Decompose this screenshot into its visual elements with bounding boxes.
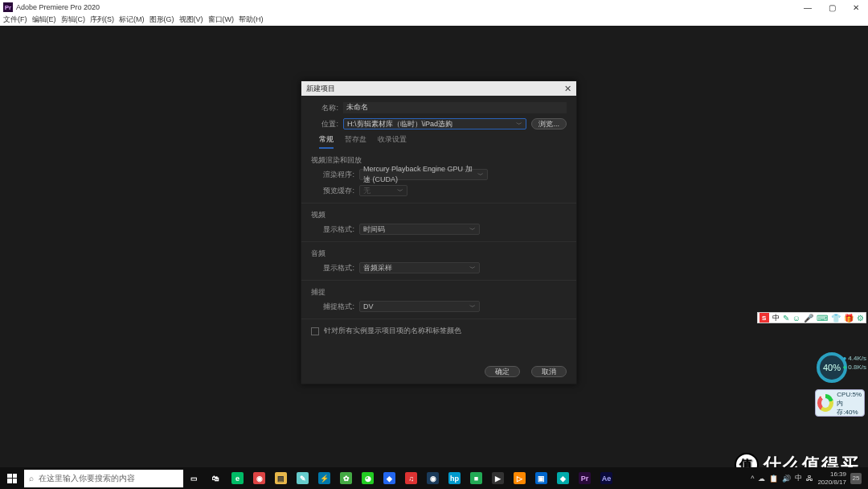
tab-scratch[interactable]: 暂存盘 <box>345 134 366 149</box>
browse-button[interactable]: 浏览... <box>531 118 567 129</box>
name-label: 名称: <box>311 103 338 113</box>
capture-format-value: DV <box>363 302 374 310</box>
taskbar-task-view[interactable]: ▭ <box>183 467 205 489</box>
taskbar-ae[interactable]: Ae <box>596 467 617 489</box>
maximize-button[interactable]: ▢ <box>820 0 844 14</box>
taskbar-explorer[interactable]: ▤ <box>270 467 292 489</box>
menubar: 文件(F) 编辑(E) 剪辑(C) 序列(S) 标记(M) 图形(G) 视图(V… <box>0 14 868 26</box>
ime-item-0[interactable]: ✎ <box>783 314 789 323</box>
taskbar-tencent[interactable]: ◆ <box>379 467 400 489</box>
taskbar-notepad[interactable]: ✎ <box>292 467 313 489</box>
menu-window[interactable]: 窗口(W) <box>208 14 235 26</box>
chevron-down-icon: ﹀ <box>516 120 522 129</box>
taskbar-app3[interactable]: ◆ <box>552 467 574 489</box>
window-titlebar: Pr Adobe Premiere Pro 2020 — ▢ ✕ <box>0 0 868 14</box>
taskbar-hp[interactable]: hp <box>444 467 465 489</box>
taskbar-edge[interactable]: e <box>227 467 248 489</box>
video-format-dropdown[interactable]: 时间码 ﹀ <box>359 224 480 235</box>
preview-cache-value: 无 <box>363 186 371 196</box>
memory-widget[interactable]: CPU:5% 内存:40% <box>815 389 865 417</box>
ime-item-1[interactable]: ☺ <box>792 314 800 323</box>
audio-format-dropdown[interactable]: 音频采样 ﹀ <box>359 262 480 273</box>
preview-cache-dropdown: 无 ﹀ <box>359 185 407 196</box>
taskbar: ⌕ 在这里输入你要搜索的内容 ▭🛍e◉▤✎⚡✿◕◆♫◉hp■▶▷▣◆PrAe ^… <box>0 467 868 489</box>
menu-graphics[interactable]: 图形(G) <box>149 14 174 26</box>
tray-volume-icon[interactable]: 🔊 <box>782 475 791 483</box>
tab-ingest[interactable]: 收录设置 <box>378 134 407 149</box>
ime-item-5[interactable]: 🎁 <box>844 314 854 323</box>
taskbar-app1[interactable]: ✿ <box>335 467 357 489</box>
taskbar-premiere[interactable]: Pr <box>574 467 596 489</box>
ime-lang[interactable]: 中 <box>772 313 780 323</box>
ime-item-4[interactable]: 👕 <box>831 314 841 323</box>
menu-marker[interactable]: 标记(M) <box>119 14 145 26</box>
reader-icon: ▣ <box>535 472 547 484</box>
taskbar-wechat[interactable]: ◕ <box>357 467 379 489</box>
preview-cache-label: 预览缓存: <box>311 186 354 196</box>
ime-item-2[interactable]: 🎤 <box>804 314 813 323</box>
tray-network-icon[interactable]: 🖧 <box>806 475 813 483</box>
tray-weather-icon[interactable]: ☁ <box>758 475 765 483</box>
dialog-tabs: 常规 暂存盘 收录设置 <box>319 134 567 149</box>
menu-clip[interactable]: 剪辑(C) <box>61 14 86 26</box>
ime-item-6[interactable]: ⚙ <box>857 314 864 323</box>
dialog-close-icon[interactable]: ✕ <box>564 84 571 94</box>
tab-general[interactable]: 常规 <box>319 134 334 149</box>
dialog-title: 新建项目 <box>306 84 564 94</box>
capture-format-dropdown[interactable]: DV ﹀ <box>359 301 480 312</box>
capture-format-label: 捕捉格式: <box>311 302 354 312</box>
section-video: 视频 <box>311 210 567 220</box>
ok-button[interactable]: 确定 <box>485 366 520 377</box>
app-icon: Pr <box>3 2 13 12</box>
search-input[interactable]: ⌕ 在这里输入你要搜索的内容 <box>24 470 183 487</box>
taskbar-apps: ▭🛍e◉▤✎⚡✿◕◆♫◉hp■▶▷▣◆PrAe <box>183 467 617 489</box>
ime-item-3[interactable]: ⌨ <box>817 314 828 323</box>
tray-expand-icon[interactable]: ^ <box>751 475 754 483</box>
taskbar-steam[interactable]: ◉ <box>422 467 444 489</box>
taskbar-store[interactable]: 🛍 <box>205 467 227 489</box>
chevron-down-icon: ﹀ <box>469 302 476 311</box>
taskbar-thunder[interactable]: ⚡ <box>313 467 335 489</box>
taskbar-chrome[interactable]: ◉ <box>248 467 270 489</box>
chevron-down-icon: ﹀ <box>469 264 476 273</box>
menu-help[interactable]: 帮助(H) <box>239 14 264 26</box>
dial-icon <box>817 394 833 412</box>
taskbar-reader[interactable]: ▣ <box>530 467 552 489</box>
tray-ime-icon[interactable]: 中 <box>795 473 802 483</box>
dialog-titlebar[interactable]: 新建项目 ✕ <box>301 81 576 96</box>
gauge-down: 0.8K/s <box>842 363 866 372</box>
tray-notification-badge[interactable]: 25 <box>850 473 862 484</box>
menu-view[interactable]: 视图(V) <box>179 14 203 26</box>
audio-format-value: 音频采样 <box>363 263 392 273</box>
tray-clipboard-icon[interactable]: 📋 <box>769 475 778 483</box>
menu-sequence[interactable]: 序列(S) <box>90 14 114 26</box>
task-view-icon: ▭ <box>188 472 200 484</box>
chevron-down-icon: ﹀ <box>397 187 403 195</box>
minimize-button[interactable]: — <box>796 0 820 14</box>
taskbar-music[interactable]: ▶ <box>487 467 509 489</box>
video-format-value: 时间码 <box>363 224 385 235</box>
taskbar-app2[interactable]: ■ <box>465 467 487 489</box>
tray-clock[interactable]: 16:39 2020/8/17 <box>817 471 846 487</box>
taskbar-netease[interactable]: ♫ <box>400 467 422 489</box>
menu-file[interactable]: 文件(F) <box>3 14 27 26</box>
cancel-button[interactable]: 取消 <box>531 366 567 377</box>
music-icon: ▶ <box>492 472 504 484</box>
location-dropdown[interactable]: H:\剪辑素材库（临时）\iPad选购 ﹀ <box>343 118 526 129</box>
location-value: H:\剪辑素材库（临时）\iPad选购 <box>347 119 452 129</box>
video-format-label: 显示格式: <box>311 224 354 235</box>
steam-icon: ◉ <box>427 472 439 484</box>
tencent-icon: ◆ <box>383 472 395 484</box>
ime-toolbar[interactable]: S 中 ✎ ☺ 🎤 ⌨ 👕 🎁 ⚙ <box>757 312 866 323</box>
taskbar-video[interactable]: ▷ <box>509 467 530 489</box>
renderer-dropdown[interactable]: Mercury Playback Engine GPU 加速 (CUDA) ﹀ <box>359 169 488 180</box>
chrome-icon: ◉ <box>253 472 265 484</box>
show-names-checkbox[interactable] <box>311 327 319 335</box>
show-names-label: 针对所有实例显示项目项的名称和标签颜色 <box>324 326 461 336</box>
start-button[interactable] <box>0 467 24 489</box>
wechat-icon: ◕ <box>362 472 374 484</box>
edge-icon: e <box>231 472 244 484</box>
close-button[interactable]: ✕ <box>844 0 868 14</box>
menu-edit[interactable]: 编辑(E) <box>32 14 56 26</box>
name-input[interactable]: 未命名 <box>343 102 567 113</box>
